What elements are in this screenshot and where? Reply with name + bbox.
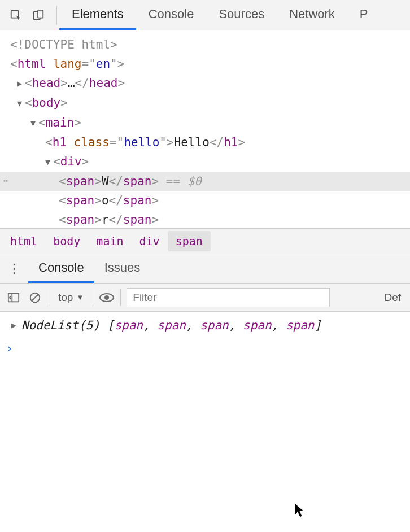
dom-line-html[interactable]: <html lang="en">	[0, 54, 410, 73]
devtools-toolbar: Elements Console Sources Network P	[0, 0, 410, 30]
toolbar-separator	[56, 6, 57, 25]
svg-line-6	[32, 294, 38, 300]
breadcrumb-item[interactable]: div	[132, 231, 168, 251]
chevron-down-icon: ▼	[76, 293, 84, 302]
dom-line-span-selected[interactable]: <span>W</span> == $0	[0, 172, 410, 191]
drawer-tab-console[interactable]: Console	[28, 254, 94, 283]
collapse-triangle-icon[interactable]: ▼	[30, 114, 38, 133]
toolbar-icons	[0, 7, 54, 23]
tab-network[interactable]: Network	[277, 0, 347, 30]
clear-console-icon[interactable]	[27, 290, 43, 306]
dom-line-h1[interactable]: <h1 class="hello">Hello</h1>	[0, 133, 410, 152]
inspect-element-icon[interactable]	[8, 7, 24, 23]
breadcrumb-item[interactable]: main	[88, 231, 131, 251]
tab-elements[interactable]: Elements	[59, 0, 136, 30]
toolbar-separator	[93, 289, 93, 306]
dom-line-doctype[interactable]: <!DOCTYPE html>	[0, 35, 410, 54]
dom-breadcrumb: html body main div span	[0, 228, 410, 254]
breadcrumb-item[interactable]: html	[2, 231, 45, 251]
svg-point-8	[104, 295, 109, 300]
tab-sources[interactable]: Sources	[206, 0, 277, 30]
console-toolbar: top ▼ Def	[0, 284, 410, 312]
dom-line-body[interactable]: ▼<body>	[0, 93, 410, 113]
dom-line-span[interactable]: <span>r</span>	[0, 210, 410, 228]
console-prompt[interactable]: ›	[0, 332, 410, 355]
toolbar-separator	[49, 289, 49, 306]
breadcrumb-item[interactable]: body	[45, 231, 88, 251]
drawer-tab-issues[interactable]: Issues	[94, 254, 151, 283]
dom-line-head[interactable]: ▶<head>…</head>	[0, 73, 410, 93]
console-filter-input[interactable]	[127, 288, 330, 307]
log-level-selector[interactable]: Def	[384, 291, 404, 304]
collapse-triangle-icon[interactable]: ▼	[45, 152, 53, 172]
dom-line-span[interactable]: <span>o</span>	[0, 191, 410, 210]
svg-rect-2	[38, 10, 43, 18]
console-output: ▶ NodeList(5) [span, span, span, span, s…	[0, 312, 410, 332]
expand-triangle-icon[interactable]: ▶	[11, 320, 19, 330]
breadcrumb-item-active[interactable]: span	[168, 231, 211, 251]
toolbar-separator	[120, 289, 121, 306]
drawer-menu-icon[interactable]: ⋮	[0, 261, 28, 276]
live-expression-icon[interactable]	[99, 290, 115, 306]
drawer-tabs: ⋮ Console Issues	[0, 254, 410, 284]
tab-more[interactable]: P	[347, 0, 381, 30]
elements-panel[interactable]: <!DOCTYPE html> <html lang="en"> ▶<head>…	[0, 30, 410, 228]
dom-line-main[interactable]: ▼<main>	[0, 113, 410, 133]
collapse-triangle-icon[interactable]: ▼	[17, 94, 25, 113]
expand-triangle-icon[interactable]: ▶	[17, 74, 25, 93]
console-log-line[interactable]: ▶ NodeList(5) [span, span, span, span, s…	[11, 319, 403, 332]
dom-line-div[interactable]: ▼<div>	[0, 152, 410, 172]
mouse-cursor-icon	[294, 503, 306, 518]
context-selector[interactable]: top ▼	[55, 291, 87, 304]
console-sidebar-toggle-icon[interactable]	[6, 290, 21, 306]
tab-console[interactable]: Console	[136, 0, 207, 30]
device-toggle-icon[interactable]	[30, 7, 46, 23]
devtools-tabs: Elements Console Sources Network P	[59, 0, 381, 30]
